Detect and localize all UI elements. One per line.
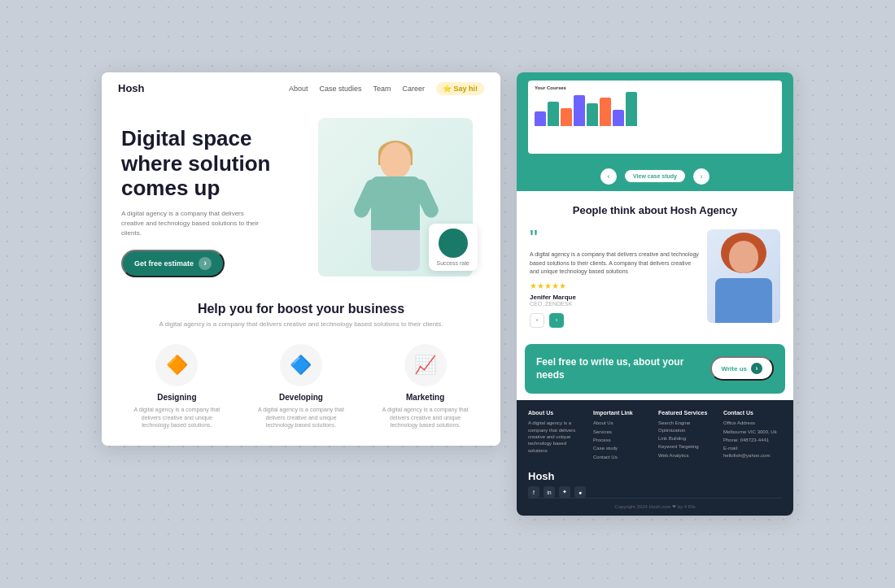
curly-body [715, 278, 772, 323]
cta-arrow-icon: › [751, 363, 762, 374]
nav-link-case-studies[interactable]: Case studies [319, 85, 361, 93]
footer: About Us A digital agency is a company t… [517, 400, 793, 516]
footer-email: E-mail: hellofish@yahoo.com [723, 445, 782, 459]
chart-bar [626, 92, 637, 126]
footer-col-links: Important Link About Us Services Process… [593, 410, 652, 462]
case-studies-section: Your Courses [517, 72, 793, 162]
services-section: Help you for boost your business A digit… [102, 285, 500, 446]
services-subtitle: A digital agency is a company that deliv… [121, 320, 481, 329]
navigation: Hosh About Case studies Team Career ⭐ Sa… [102, 72, 500, 105]
footer-copyright: Copyright 2024 Hosh.com ❤ by 4 RIs [528, 498, 782, 509]
footer-col-about: About Us A digital agency is a company t… [528, 410, 587, 462]
hero-title: Digital space where solution comes up [121, 126, 318, 201]
footer-link-1[interactable]: About Us [593, 420, 652, 426]
woman-legs [371, 230, 420, 271]
other-social-icon[interactable]: ● [574, 486, 586, 498]
nav-say-hi-button[interactable]: ⭐ Say hi! [436, 82, 484, 95]
chart-bar [613, 110, 624, 126]
hero-subtitle: A digital agency is a company that deliv… [121, 209, 268, 238]
footer-link-5[interactable]: Contact Us [593, 454, 652, 460]
nav-link-about[interactable]: About [289, 85, 308, 93]
get-free-estimate-button[interactable]: Get free estimate › [121, 250, 225, 277]
footer-service-1: Search Engine Optimization [658, 420, 717, 433]
testimonial-navigation: ‹ › [530, 313, 699, 328]
right-page: Your Courses ‹ View case study › People … [517, 72, 793, 516]
chart-bar [600, 98, 611, 126]
success-circle: 100% [439, 229, 468, 258]
footer-logo: Hosh [528, 470, 782, 482]
services-title: Help you for boost your business [121, 302, 481, 316]
case-dashboard: Your Courses [528, 81, 782, 154]
testimonial-content: " A digital agency is a company that del… [530, 229, 699, 328]
footer-grid: About Us A digital agency is a company t… [528, 410, 782, 462]
marketing-icon: 📈 [404, 344, 447, 386]
service-desc-marketing: A digital agency is a company that deliv… [377, 406, 474, 429]
dashboard-title: Your Courses [535, 85, 775, 90]
case-next-arrow[interactable]: › [693, 168, 709, 185]
hero-text: Digital space where solution comes up A … [121, 118, 318, 277]
hero-image-area: 100% Success rate [318, 118, 481, 277]
testimonial-image [707, 229, 780, 323]
service-card-marketing: 📈 Marketing A digital agency is a compan… [377, 344, 474, 429]
footer-col-services: Featured Services Search Engine Optimiza… [658, 410, 717, 462]
left-page: Hosh About Case studies Team Career ⭐ Sa… [102, 72, 500, 446]
designing-icon: 🔶 [155, 344, 198, 386]
service-name-marketing: Marketing [406, 393, 444, 402]
service-card-developing: 🔷 Developing A digital agency is a compa… [252, 344, 350, 429]
footer-service-4: Web Analytics [658, 452, 717, 459]
cta-text: Feel free to write us, about your needs [536, 355, 710, 383]
footer-social: f in ✦ ● [528, 486, 782, 498]
footer-about-text: A digital agency is a company that deliv… [528, 420, 587, 454]
testimonial-title: People think about Hosh Agency [530, 204, 780, 218]
twitter-icon[interactable]: ✦ [559, 486, 570, 498]
write-us-button[interactable]: Write us › [710, 356, 774, 381]
case-nav: ‹ View case study › [517, 162, 793, 191]
footer-col-contact: Contact Us Office Address Melbourne VIC … [723, 410, 782, 462]
footer-link-4[interactable]: Case study [593, 445, 652, 451]
linkedin-icon[interactable]: in [544, 486, 555, 498]
chart-bar [587, 103, 598, 126]
arrow-icon: › [199, 257, 212, 270]
footer-link-2[interactable]: Services [593, 429, 652, 435]
service-desc-designing: A digital agency is a company that deliv… [128, 406, 225, 429]
testimonial-next-button[interactable]: › [549, 313, 564, 328]
testimonial-card: " A digital agency is a company that del… [530, 229, 780, 328]
footer-service-2: Link Building [658, 435, 717, 442]
testimonial-prev-button[interactable]: ‹ [530, 313, 544, 328]
testimonial-section: People think about Hosh Agency " A digit… [517, 191, 793, 338]
case-prev-arrow[interactable]: ‹ [600, 168, 617, 185]
service-card-designing: 🔶 Designing A digital agency is a compan… [128, 344, 225, 429]
footer-address-label: Office Address [723, 420, 782, 426]
success-label: Success rate [437, 260, 469, 266]
footer-col-title-services: Featured Services [658, 410, 717, 416]
footer-phone: Phone: 048723-4441 [723, 437, 782, 443]
nav-logo: Hosh [118, 82, 145, 94]
star-rating: ★★★★★ [530, 281, 699, 290]
nav-link-team[interactable]: Team [373, 85, 391, 93]
chart-bar [548, 102, 559, 126]
view-case-study-button[interactable]: View case study [625, 170, 685, 182]
footer-link-3[interactable]: Process [593, 437, 652, 443]
service-name-designing: Designing [157, 393, 196, 402]
facebook-icon[interactable]: f [528, 486, 539, 498]
testimonial-text: A digital agency is a company that deliv… [530, 250, 699, 277]
chart-bar [561, 108, 572, 126]
woman-head [380, 142, 411, 178]
quote-icon: " [530, 229, 699, 247]
developing-icon: 🔷 [280, 344, 322, 386]
nav-link-career[interactable]: Career [402, 85, 425, 93]
service-desc-developing: A digital agency is a company that deliv… [252, 406, 350, 429]
nav-links: About Case studies Team Career ⭐ Say hi! [289, 82, 484, 95]
footer-col-title-links: Important Link [593, 410, 652, 416]
pages-wrapper: Hosh About Case studies Team Career ⭐ Sa… [102, 72, 793, 516]
testimonial-role: CEO, ZENDESK [530, 301, 699, 307]
cta-section: Feel free to write us, about your needs … [525, 344, 785, 394]
testimonial-name: Jenifer Marque [530, 294, 699, 301]
footer-address: Melbourne VIC 3000, Uk [723, 429, 782, 435]
footer-col-title-contact: Contact Us [723, 410, 782, 416]
chart-bar [574, 95, 585, 126]
footer-col-title-about: About Us [528, 410, 587, 416]
services-grid: 🔶 Designing A digital agency is a compan… [121, 344, 481, 429]
mini-bar-chart [535, 94, 775, 126]
service-name-developing: Developing [279, 393, 323, 402]
